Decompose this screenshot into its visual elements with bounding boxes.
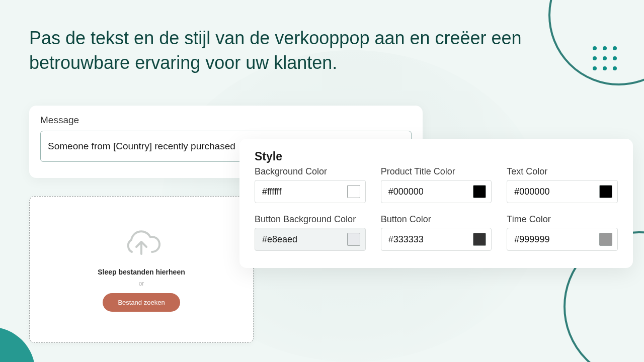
color-field: Product Title Color#000000: [381, 166, 492, 203]
color-field: Time Color#999999: [507, 214, 618, 251]
color-swatch[interactable]: [473, 185, 486, 198]
color-field-label: Button Color: [381, 214, 492, 225]
color-input[interactable]: #e8eaed: [255, 228, 366, 251]
browse-file-button[interactable]: Bestand zoeken: [103, 293, 180, 312]
color-value: #000000: [514, 187, 549, 197]
upload-drop-text: Sleep bestanden hierheen: [98, 268, 185, 276]
color-swatch[interactable]: [599, 185, 612, 198]
color-swatch[interactable]: [599, 233, 612, 246]
color-value: #000000: [388, 187, 424, 197]
color-field: Background Color#ffffff: [255, 166, 366, 203]
file-upload-dropzone[interactable]: Sleep bestanden hierheen or Bestand zoek…: [29, 196, 254, 343]
style-fields-grid: Background Color#ffffffProduct Title Col…: [255, 166, 618, 251]
color-field-label: Text Color: [507, 166, 618, 177]
upload-or-text: or: [139, 280, 144, 287]
decorative-dot-grid: [593, 46, 618, 71]
color-field-label: Background Color: [255, 166, 366, 177]
color-input[interactable]: #ffffff: [255, 180, 366, 203]
color-value: #999999: [514, 234, 549, 245]
color-swatch[interactable]: [473, 233, 486, 246]
color-field: Text Color#000000: [507, 166, 618, 203]
style-panel-title: Style: [255, 150, 618, 163]
color-input[interactable]: #999999: [507, 228, 618, 251]
color-input[interactable]: #000000: [381, 180, 492, 203]
color-field: Button Color#333333: [381, 214, 492, 251]
color-value: #ffffff: [262, 187, 281, 197]
color-input[interactable]: #000000: [507, 180, 618, 203]
decorative-circle-top-right: [548, 0, 644, 85]
color-input[interactable]: #333333: [381, 228, 492, 251]
color-swatch[interactable]: [347, 185, 360, 198]
color-field-label: Button Background Color: [255, 214, 366, 225]
message-label: Message: [40, 115, 412, 126]
color-field: Button Background Color#e8eaed: [255, 214, 366, 251]
color-swatch[interactable]: [347, 233, 360, 246]
color-value: #333333: [388, 234, 424, 245]
color-value: #e8eaed: [262, 234, 297, 245]
upload-cloud-icon: [120, 228, 163, 261]
style-panel: Style Background Color#ffffffProduct Tit…: [239, 139, 633, 268]
page-headline: Pas de tekst en de stijl van de verkoopp…: [29, 26, 522, 75]
color-field-label: Product Title Color: [381, 166, 492, 177]
color-field-label: Time Color: [507, 214, 618, 225]
